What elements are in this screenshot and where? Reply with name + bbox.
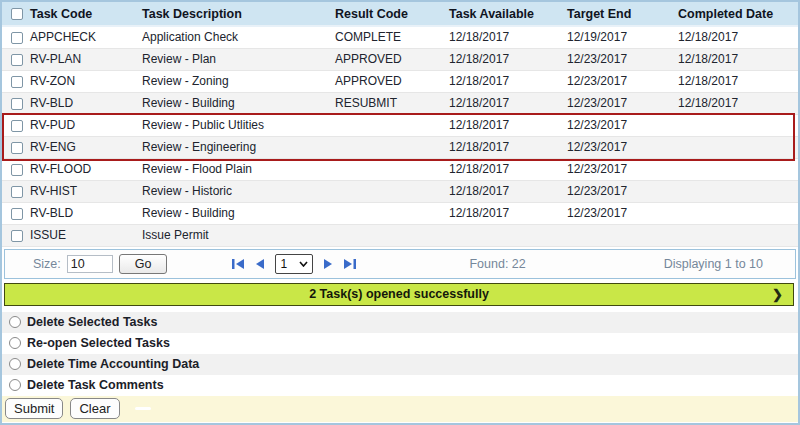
header-row: Task CodeTask DescriptionResult CodeTask… [2,2,798,26]
next-page-icon[interactable] [322,258,334,270]
go-button[interactable]: Go [119,254,168,274]
cell-available: 12/18/2017 [447,70,565,92]
cell-available: 12/18/2017 [447,48,565,70]
cell-available: 12/18/2017 [447,114,565,136]
cell-available [447,224,565,246]
table-row: RV-ENGReview - Engineering12/18/201712/2… [2,136,798,158]
cell-code: RV-FLOOD [28,158,140,180]
cell-available: 12/18/2017 [447,136,565,158]
action-row[interactable]: Delete Selected Tasks [2,312,798,333]
cell-code: RV-BLD [28,92,140,114]
cell-result: APPROVED [333,70,447,92]
table-row: APPCHECKApplication CheckCOMPLETE12/18/2… [2,26,798,48]
footer-bar: Submit Clear [2,396,798,422]
row-checkbox-cell [2,180,28,202]
cell-completed [676,224,798,246]
radio-button[interactable] [9,316,21,328]
column-header: Task Available [447,2,565,26]
success-message-bar: 2 Task(s) opened successfully ❯ [4,283,794,306]
previous-page-icon[interactable] [254,258,266,270]
submit-button[interactable]: Submit [5,398,63,419]
cell-available: 12/18/2017 [447,180,565,202]
cell-description: Review - Flood Plain [140,158,333,180]
task-list-panel: Task CodeTask DescriptionResult CodeTask… [0,0,800,425]
cell-completed [676,114,798,136]
cell-code: RV-PUD [28,114,140,136]
cell-description: Review - Historic [140,180,333,202]
white-dash-decoration [135,407,151,410]
row-checkbox[interactable] [11,54,23,66]
cell-code: RV-ENG [28,136,140,158]
select-all-checkbox[interactable] [11,8,23,20]
column-header: Task Code [28,2,140,26]
row-checkbox[interactable] [11,230,23,242]
column-header: Completed Date [676,2,798,26]
cell-result: RESUBMIT [333,92,447,114]
page-size-input[interactable] [67,255,113,273]
cell-completed [676,180,798,202]
radio-button[interactable] [9,358,21,370]
row-checkbox-cell [2,114,28,136]
action-label: Re-open Selected Tasks [27,336,170,350]
cell-available: 12/18/2017 [447,202,565,224]
cell-completed [676,136,798,158]
row-checkbox[interactable] [11,164,23,176]
column-header: Target End [565,2,676,26]
row-checkbox-cell [2,48,28,70]
row-checkbox-cell [2,224,28,246]
cell-target: 12/23/2017 [565,180,676,202]
cell-target: 12/23/2017 [565,92,676,114]
cell-completed [676,158,798,180]
row-checkbox-cell [2,136,28,158]
action-label: Delete Selected Tasks [27,315,157,329]
cell-result [333,202,447,224]
row-checkbox-cell [2,202,28,224]
action-row[interactable]: Delete Time Accounting Data [2,354,798,375]
cell-completed: 12/18/2017 [676,48,798,70]
page-size-group: Size: Go [5,254,167,274]
column-header: Task Description [140,2,333,26]
chevron-right-icon[interactable]: ❯ [772,287,783,302]
first-page-icon[interactable] [231,258,245,270]
task-table-body: APPCHECKApplication CheckCOMPLETE12/18/2… [2,26,798,246]
radio-button[interactable] [9,379,21,391]
page-select[interactable]: 1 [275,254,313,274]
table-row: RV-BLDReview - BuildingRESUBMIT12/18/201… [2,92,798,114]
success-message-text: 2 Task(s) opened successfully [309,287,489,301]
row-checkbox[interactable] [11,32,23,44]
cell-code: APPCHECK [28,26,140,48]
cell-result [333,224,447,246]
cell-code: RV-ZON [28,70,140,92]
cell-description: Application Check [140,26,333,48]
row-checkbox[interactable] [11,186,23,198]
cell-completed: 12/18/2017 [676,92,798,114]
last-page-icon[interactable] [343,258,357,270]
cell-description: Review - Plan [140,48,333,70]
cell-completed: 12/18/2017 [676,26,798,48]
table-row: RV-FLOODReview - Flood Plain12/18/201712… [2,158,798,180]
radio-button[interactable] [9,337,21,349]
cell-description: Review - Zoning [140,70,333,92]
cell-target: 12/19/2017 [565,26,676,48]
row-checkbox[interactable] [11,142,23,154]
table-row: RV-PLANReview - PlanAPPROVED12/18/201712… [2,48,798,70]
row-checkbox[interactable] [11,208,23,220]
row-checkbox-cell [2,158,28,180]
cell-available: 12/18/2017 [447,158,565,180]
cell-available: 12/18/2017 [447,26,565,48]
row-checkbox[interactable] [11,120,23,132]
row-checkbox[interactable] [11,76,23,88]
row-checkbox[interactable] [11,98,23,110]
cell-target: 12/23/2017 [565,158,676,180]
cell-target: 12/23/2017 [565,48,676,70]
task-table: Task CodeTask DescriptionResult CodeTask… [2,2,798,247]
cell-description: Review - Public Utlities [140,114,333,136]
cell-target: 12/23/2017 [565,202,676,224]
action-row[interactable]: Delete Task Comments [2,375,798,396]
pager-bar: Size: Go 1 Found: 22 Displaying 1 to 10 [4,249,796,279]
cell-available: 12/18/2017 [447,92,565,114]
action-row[interactable]: Re-open Selected Tasks [2,333,798,354]
clear-button[interactable]: Clear [70,398,119,419]
cell-description: Review - Building [140,202,333,224]
cell-target: 12/23/2017 [565,70,676,92]
